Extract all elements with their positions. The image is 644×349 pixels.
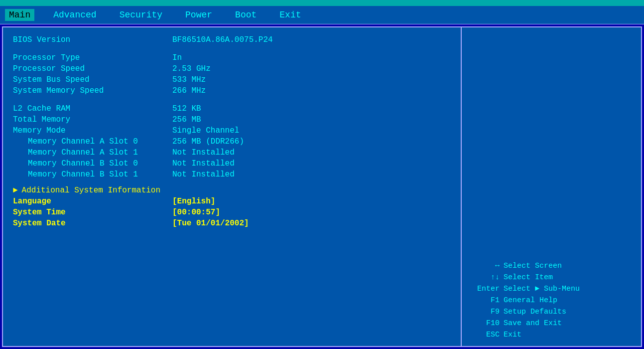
help-row: F9Setup Defaults [470,308,633,316]
info-value: Not Installed [172,170,235,179]
info-value: 266 MHz [172,86,206,95]
menu-item-boot[interactable]: Boot [231,9,260,21]
info-value: Not Installed [172,159,235,168]
info-value: In [172,53,182,62]
info-label: Processor Speed [13,64,172,73]
menu-item-security[interactable]: Security [116,9,166,21]
content-area: BIOS VersionBF86510A.86A.0075.P24Process… [2,26,642,347]
help-section: ↔Select Screen↑↓Select ItemEnterSelect ►… [470,262,633,339]
info-label: BIOS Version [13,35,172,44]
info-label: Memory Mode [13,126,172,135]
info-label: System Bus Speed [13,75,172,84]
help-desc: Exit [504,331,521,339]
help-key: F10 [470,319,500,328]
help-key: F9 [470,308,500,316]
info-row: L2 Cache RAM512 KB [13,104,451,113]
spacer [13,46,451,53]
editable-label: System Date [13,219,172,228]
help-desc: Select Item [504,273,553,282]
info-value: 2.53 GHz [172,64,211,73]
submenu-item-additional[interactable]: ►Additional System Information [13,186,451,195]
help-key: F1 [470,296,500,305]
menu-item-power[interactable]: Power [181,9,216,21]
info-label: Memory Channel A Slot 1 [13,148,172,157]
info-row: Total Memory256 MB [13,115,451,124]
help-desc: Setup Defaults [504,308,566,316]
info-label: System Memory Speed [13,86,172,95]
info-label: Memory Channel B Slot 1 [13,170,172,179]
info-value: 256 MB [172,115,201,124]
info-row: System Bus Speed533 MHz [13,75,451,84]
spacer [13,97,451,104]
editable-row[interactable]: System Date[Tue 01/01/2002] [13,219,451,228]
help-key: ↔ [470,262,500,270]
info-label: Memory Channel B Slot 0 [13,159,172,168]
help-key: ESC [470,331,500,339]
info-label: Total Memory [13,115,172,124]
help-key: Enter [470,285,500,293]
editable-value[interactable]: [00:00:57] [172,208,220,217]
editable-label: Language [13,197,172,206]
help-row: F10Save and Exit [470,319,633,328]
editable-row[interactable]: System Time[00:00:57] [13,208,451,217]
help-desc: General Help [504,296,557,305]
help-key: ↑↓ [470,273,500,282]
menu-item-exit[interactable]: Exit [275,9,305,21]
info-value: BF86510A.86A.0075.P24 [172,35,273,44]
info-row: Processor TypeIn [13,53,451,62]
editable-label: System Time [13,208,172,217]
submenu-label: Additional System Information [22,186,160,195]
info-row: BIOS VersionBF86510A.86A.0075.P24 [13,35,451,44]
info-row: Memory Channel A Slot 1Not Installed [13,148,451,157]
info-value: 512 KB [172,104,201,113]
info-row: Processor Speed2.53 GHz [13,64,451,73]
left-panel: BIOS VersionBF86510A.86A.0075.P24Process… [3,27,462,346]
info-value: Not Installed [172,148,235,157]
info-label: Memory Channel A Slot 0 [13,137,172,146]
help-row: EnterSelect ► Sub-Menu [470,285,633,293]
help-row: ESCExit [470,331,633,339]
right-panel: ↔Select Screen↑↓Select ItemEnterSelect ►… [462,27,641,346]
info-row: Memory Channel B Slot 0Not Installed [13,159,451,168]
editable-row[interactable]: Language[English] [13,197,451,206]
help-desc: Save and Exit [504,319,562,328]
editable-value[interactable]: [Tue 01/01/2002] [172,219,249,228]
info-row: System Memory Speed266 MHz [13,86,451,95]
info-value: 256 MB (DDR266) [172,137,244,146]
info-label: L2 Cache RAM [13,104,172,113]
info-value: Single Channel [172,126,239,135]
info-row: Memory Channel A Slot 0256 MB (DDR266) [13,137,451,146]
help-desc: Select ► Sub-Menu [504,285,580,293]
menu-item-advanced[interactable]: Advanced [49,9,100,21]
help-row: ↔Select Screen [470,262,633,270]
info-row: Memory Channel B Slot 1Not Installed [13,170,451,179]
info-value: 533 MHz [172,75,206,84]
submenu-arrow-icon: ► [13,186,18,195]
menu-item-main[interactable]: Main [5,9,34,21]
help-row: F1General Help [470,296,633,305]
help-row: ↑↓Select Item [470,273,633,282]
editable-value[interactable]: [English] [172,197,215,206]
title-bar [0,0,644,6]
info-row: Memory ModeSingle Channel [13,126,451,135]
help-desc: Select Screen [504,262,562,270]
menu-bar: MainAdvancedSecurityPowerBootExit [0,6,644,24]
bios-screen: MainAdvancedSecurityPowerBootExit BIOS V… [0,0,644,349]
info-label: Processor Type [13,53,172,62]
